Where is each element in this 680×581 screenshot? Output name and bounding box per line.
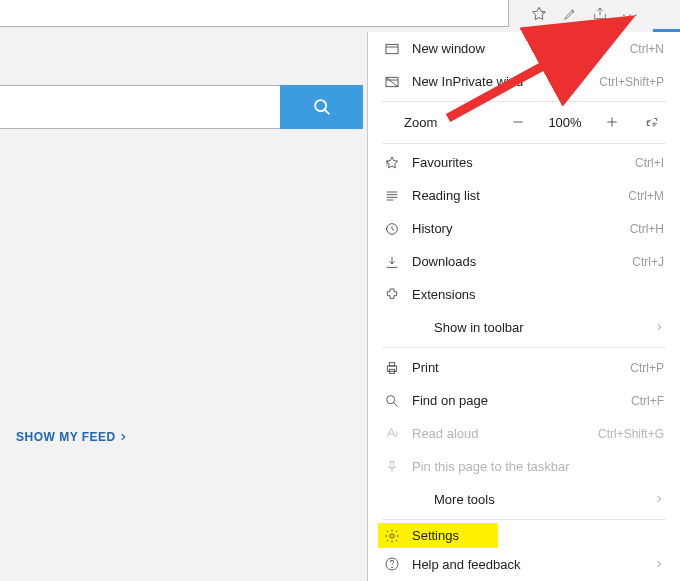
ink-note-icon[interactable] <box>562 6 578 22</box>
help-icon <box>382 556 402 572</box>
download-icon <box>382 254 402 270</box>
show-my-feed-link[interactable]: SHOW MY FEED <box>16 430 128 444</box>
fullscreen-button[interactable] <box>638 115 666 129</box>
window-icon <box>382 41 402 57</box>
menu-label: Favourites <box>412 155 625 170</box>
browser-toolbar: ··· <box>530 0 640 27</box>
more-menu-icon[interactable]: ··· <box>622 6 640 22</box>
menu-label: More tools <box>412 492 644 507</box>
menu-label: Extensions <box>412 287 664 302</box>
extensions-icon <box>382 287 402 303</box>
svg-rect-1 <box>386 44 398 53</box>
search-button[interactable] <box>280 85 363 129</box>
menu-label: Read aloud <box>412 426 588 441</box>
menu-downloads[interactable]: Downloads Ctrl+J <box>368 245 680 278</box>
menu-new-inprivate[interactable]: New InPrivate wind Ctrl+Shift+P <box>368 65 680 98</box>
menu-label: Show in toolbar <box>412 320 644 335</box>
search-icon <box>382 393 402 409</box>
menu-label: History <box>412 221 620 236</box>
menu-more-tools[interactable]: More tools <box>368 483 680 516</box>
star-icon <box>382 155 402 171</box>
menu-shortcut: Ctrl+N <box>630 42 664 56</box>
menu-shortcut: Ctrl+Shift+G <box>598 427 664 441</box>
menu-print[interactable]: Print Ctrl+P <box>368 351 680 384</box>
chevron-right-icon <box>654 492 664 507</box>
menu-separator <box>382 519 666 520</box>
menu-find-on-page[interactable]: Find on page Ctrl+F <box>368 384 680 417</box>
menu-separator <box>382 347 666 348</box>
menu-show-in-toolbar[interactable]: Show in toolbar <box>368 311 680 344</box>
favourites-star-icon[interactable] <box>530 5 548 23</box>
menu-label: Settings <box>412 528 482 543</box>
menu-separator <box>382 101 666 102</box>
menu-favourites[interactable]: Favourites Ctrl+I <box>368 146 680 179</box>
menu-shortcut: Ctrl+I <box>635 156 664 170</box>
menu-label: Downloads <box>412 254 622 269</box>
inprivate-icon <box>382 74 402 90</box>
address-bar[interactable] <box>0 0 509 27</box>
menu-help-feedback[interactable]: Help and feedback <box>368 548 680 581</box>
svg-point-10 <box>392 567 393 568</box>
menu-label: New window <box>412 41 620 56</box>
gear-icon <box>382 528 402 544</box>
menu-read-aloud: Read aloud Ctrl+Shift+G <box>368 417 680 450</box>
menu-shortcut: Ctrl+P <box>630 361 664 375</box>
browser-more-menu: New window Ctrl+N New InPrivate wind Ctr… <box>367 32 680 581</box>
menu-settings[interactable]: Settings <box>378 523 498 548</box>
menu-label: Print <box>412 360 620 375</box>
reading-list-icon <box>382 188 402 204</box>
menu-extensions[interactable]: Extensions <box>368 278 680 311</box>
menu-label: Pin this page to the taskbar <box>412 459 664 474</box>
zoom-label: Zoom <box>382 115 492 130</box>
menu-zoom: Zoom 100% <box>368 105 680 140</box>
zoom-value: 100% <box>544 115 586 130</box>
menu-shortcut: Ctrl+J <box>632 255 664 269</box>
menu-pin-taskbar: Pin this page to the taskbar <box>368 450 680 483</box>
menu-label: Help and feedback <box>412 557 644 572</box>
svg-point-0 <box>315 100 326 111</box>
menu-shortcut: Ctrl+M <box>628 189 664 203</box>
menu-label: New InPrivate wind <box>412 74 589 89</box>
menu-reading-list[interactable]: Reading list Ctrl+M <box>368 179 680 212</box>
zoom-in-button[interactable] <box>598 115 626 129</box>
show-my-feed-label: SHOW MY FEED <box>16 430 116 444</box>
search-input[interactable] <box>0 85 280 129</box>
chevron-right-icon <box>654 557 664 572</box>
svg-point-8 <box>390 534 394 538</box>
share-icon[interactable] <box>592 6 608 22</box>
menu-shortcut: Ctrl+Shift+P <box>599 75 664 89</box>
history-icon <box>382 221 402 237</box>
menu-shortcut: Ctrl+H <box>630 222 664 236</box>
menu-label: Find on page <box>412 393 621 408</box>
svg-rect-4 <box>387 366 396 371</box>
menu-shortcut: Ctrl+F <box>631 394 664 408</box>
print-icon <box>382 360 402 376</box>
menu-separator <box>382 143 666 144</box>
page-search-group <box>0 85 363 129</box>
chevron-right-icon <box>654 320 664 335</box>
menu-new-window[interactable]: New window Ctrl+N <box>368 32 680 65</box>
read-aloud-icon <box>382 426 402 442</box>
svg-rect-5 <box>389 362 394 365</box>
menu-history[interactable]: History Ctrl+H <box>368 212 680 245</box>
menu-label: Reading list <box>412 188 618 203</box>
zoom-out-button[interactable] <box>504 115 532 129</box>
pin-icon <box>382 459 402 475</box>
